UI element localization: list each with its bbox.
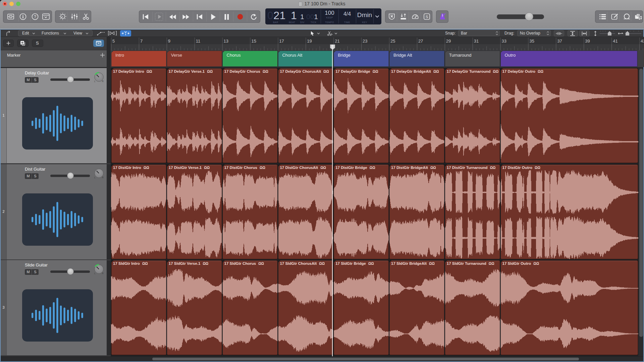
svg-text:21: 21 (335, 39, 339, 44)
svg-text:13: 13 (224, 39, 228, 44)
svg-text:35: 35 (530, 39, 534, 44)
svg-text:Chorus: Chorus (227, 53, 241, 58)
svg-text:9: 9 (168, 39, 170, 44)
svg-text:17 DistGtr OutroΩΩ: 17 DistGtr OutroΩΩ (502, 166, 540, 170)
svg-text:Verse: Verse (171, 53, 182, 58)
svg-text:41: 41 (613, 39, 618, 44)
svg-text:19: 19 (307, 39, 312, 44)
svg-text:39: 39 (585, 39, 590, 44)
svg-text:33: 33 (502, 39, 506, 44)
svg-text:17 SldGtr ChorusΩΩ: 17 SldGtr ChorusΩΩ (224, 261, 264, 265)
svg-text:Chorus Alt: Chorus Alt (282, 53, 302, 58)
svg-text:?: ? (34, 14, 36, 19)
svg-text:Turnaround: Turnaround (449, 53, 472, 58)
svg-text:27: 27 (418, 39, 423, 44)
svg-text:Bridge Alt: Bridge Alt (393, 53, 412, 58)
svg-text:Bridge: Bridge (338, 53, 351, 58)
svg-text:43: 43 (641, 39, 644, 44)
svg-text:17 DistGtr IntroΩΩ: 17 DistGtr IntroΩΩ (113, 166, 149, 170)
svg-text:15: 15 (252, 39, 256, 44)
svg-text:31: 31 (474, 39, 479, 44)
svg-text:25: 25 (390, 39, 395, 44)
svg-text:17 SldGtr OutroΩΩ: 17 SldGtr OutroΩΩ (502, 261, 539, 265)
svg-text:R: R (102, 272, 104, 275)
svg-text:17: 17 (279, 39, 284, 44)
svg-text:L: L (94, 80, 96, 82)
svg-text:5: 5 (112, 39, 115, 44)
svg-text:17 SldGtr Verse.1ΩΩ: 17 SldGtr Verse.1ΩΩ (169, 261, 208, 265)
svg-text:Outro: Outro (505, 53, 516, 58)
svg-text:R: R (102, 176, 104, 179)
svg-text:11: 11 (196, 39, 201, 44)
svg-text:R: R (102, 80, 104, 82)
svg-text:17 DistGtr BridgeΩΩ: 17 DistGtr BridgeΩΩ (335, 166, 375, 170)
svg-text:7: 7 (140, 39, 143, 44)
svg-text:23: 23 (363, 39, 367, 44)
svg-text:L: L (94, 176, 96, 179)
svg-text:17 DelayGtr IntroΩΩ: 17 DelayGtr IntroΩΩ (113, 69, 152, 73)
svg-text:S: S (426, 15, 428, 19)
svg-text:Intro: Intro (115, 53, 124, 58)
svg-text:29: 29 (446, 39, 451, 44)
svg-text:17 SldGtr IntroΩΩ: 17 SldGtr IntroΩΩ (113, 261, 148, 265)
svg-text:L: L (94, 272, 96, 275)
svg-text:17 SldGtr BridgeΩΩ: 17 SldGtr BridgeΩΩ (335, 261, 374, 265)
svg-text:37: 37 (557, 39, 562, 44)
